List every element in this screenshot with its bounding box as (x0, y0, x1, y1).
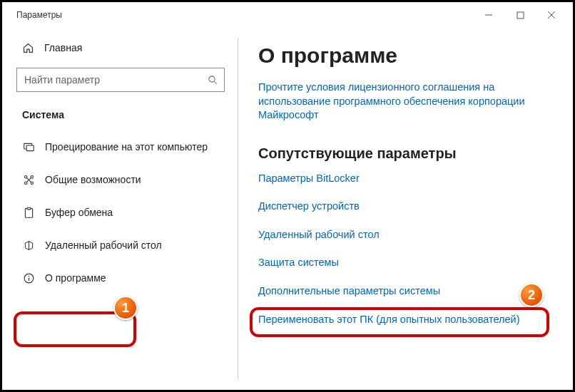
license-link[interactable]: Прочтите условия лицензионного соглашени… (258, 81, 544, 123)
close-button[interactable] (536, 4, 567, 26)
maximize-button[interactable] (504, 4, 536, 26)
search-icon (208, 75, 218, 86)
svg-point-4 (209, 76, 215, 81)
window-title: Параметры (16, 10, 473, 20)
sidebar-item-label: Буфер обмена (45, 207, 113, 218)
link-remote-desktop[interactable]: Удаленный рабочий стол (258, 228, 559, 242)
related-links: Параметры BitLocker Диспетчер устройств … (258, 172, 559, 326)
svg-rect-13 (26, 207, 30, 210)
sidebar-item-label: О программе (45, 272, 106, 284)
svg-point-10 (24, 182, 26, 184)
titlebar: Параметры (2, 2, 573, 28)
svg-point-8 (24, 175, 26, 177)
main-content: О программе Прочтите условия лицензионно… (238, 28, 573, 390)
home-icon (22, 42, 34, 54)
svg-point-9 (31, 175, 33, 177)
sidebar-item-projecting[interactable]: Проецирование на этот компьютер (16, 130, 232, 163)
sidebar: Главная Найти параметр Система Проециров… (2, 28, 238, 390)
svg-rect-12 (25, 208, 32, 217)
info-icon (22, 272, 35, 284)
home-label: Главная (44, 42, 82, 53)
sidebar-item-remote[interactable]: Удаленный рабочий стол (16, 229, 232, 262)
window-controls (473, 4, 567, 26)
svg-point-15 (28, 275, 29, 277)
svg-point-11 (31, 182, 33, 184)
svg-rect-1 (517, 12, 524, 19)
link-bitlocker[interactable]: Параметры BitLocker (258, 172, 559, 186)
home-link[interactable]: Главная (16, 33, 232, 62)
sidebar-item-label: Общие возможности (45, 174, 141, 185)
sidebar-item-about[interactable]: О программе (16, 262, 232, 294)
projecting-icon (22, 141, 35, 153)
annotation-badge-1: 1 (113, 296, 138, 320)
sidebar-item-clipboard[interactable]: Буфер обмена (16, 196, 232, 229)
annotation-highlight-1 (14, 311, 136, 347)
link-advanced-system[interactable]: Дополнительные параметры системы (258, 284, 559, 299)
section-label: Система (16, 105, 232, 130)
sidebar-item-shared[interactable]: Общие возможности (16, 163, 232, 196)
link-system-protection[interactable]: Защита системы (258, 256, 559, 270)
svg-rect-7 (26, 145, 34, 150)
search-placeholder: Найти параметр (24, 74, 208, 86)
related-title: Сопутствующие параметры (258, 145, 559, 162)
remote-icon (22, 239, 35, 252)
shared-icon (22, 174, 35, 186)
search-input[interactable]: Найти параметр (16, 68, 225, 92)
sidebar-item-label: Удаленный рабочий стол (45, 239, 162, 251)
page-title: О программе (258, 43, 559, 68)
link-rename-pc[interactable]: Переименовать этот ПК (для опытных польз… (258, 313, 559, 327)
sidebar-item-label: Проецирование на этот компьютер (45, 141, 208, 153)
link-device-manager[interactable]: Диспетчер устройств (258, 200, 559, 214)
minimize-button[interactable] (473, 4, 504, 26)
clipboard-icon (22, 207, 35, 219)
svg-line-5 (214, 81, 217, 84)
